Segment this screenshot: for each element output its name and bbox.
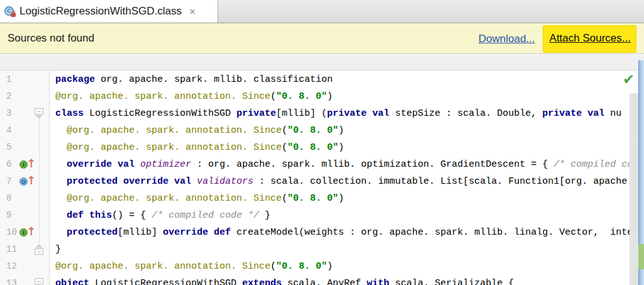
- code-text: @org. apache. spark. annotation. Since(″…: [55, 88, 630, 105]
- line-number: 10: [6, 224, 20, 241]
- close-tab-icon[interactable]: ×: [189, 6, 196, 17]
- code-line-6: 6I↑ override val optimizer : org. apache…: [0, 156, 644, 173]
- code-editor[interactable]: 1package org. apache. spark. mllib. clas…: [0, 71, 644, 285]
- code-line-11: 11–}: [0, 241, 644, 258]
- code-text: object LogisticRegressionWithSGD extends…: [55, 275, 630, 285]
- code-text: package org. apache. spark. mllib. class…: [55, 71, 630, 88]
- line-number: 2: [6, 88, 20, 105]
- fold-minus-icon: –: [35, 249, 43, 255]
- overrides-up-arrow-icon[interactable]: ↑: [26, 225, 36, 238]
- attach-sources-link[interactable]: Attach Sources...: [550, 32, 631, 44]
- code-text: @org. apache. spark. annotation. Since(″…: [55, 122, 630, 139]
- code-text: override val optimizer : org. apache. sp…: [55, 156, 630, 173]
- banner-links: Download... Attach Sources...: [479, 23, 635, 54]
- code-line-7: 7O↑ protected override val validators : …: [0, 173, 644, 190]
- code-text: @org. apache. spark. annotation. Since(″…: [55, 258, 630, 275]
- editor-top-gap: [0, 55, 644, 70]
- overrides-up-arrow-icon[interactable]: ↑: [26, 174, 36, 187]
- code-text: }: [55, 241, 630, 258]
- lock-badge-icon: [11, 13, 16, 17]
- tab-logistic-regression-class[interactable]: C LogisticRegressionWithSGD.class ×: [0, 0, 218, 23]
- code-line-8: 8 @org. apache. spark. annotation. Since…: [0, 190, 644, 207]
- download-sources-link[interactable]: Download...: [479, 33, 535, 45]
- fold-marker-down[interactable]: –: [35, 278, 44, 285]
- code-text: @org. apache. spark. annotation. Since(″…: [55, 139, 630, 156]
- code-line-12: 12@org. apache. spark. annotation. Since…: [0, 258, 644, 275]
- code-line-5: 5 @org. apache. spark. annotation. Since…: [0, 139, 644, 156]
- attach-sources-highlight: Attach Sources...: [544, 26, 635, 52]
- overrides-up-arrow-icon[interactable]: ↑: [26, 157, 36, 170]
- code-line-10: 10I↑ protected[mllib] override def creat…: [0, 224, 644, 241]
- code-line-13: 13–object LogisticRegressionWithSGD exte…: [0, 275, 644, 285]
- line-number: 3: [6, 105, 20, 122]
- fold-marker-up[interactable]: –: [35, 244, 44, 255]
- fold-marker-down[interactable]: –: [35, 108, 44, 120]
- line-number: 5: [6, 139, 20, 156]
- line-number: 12: [6, 258, 20, 275]
- code-text: def this() = { /* compiled code */ }: [55, 207, 630, 224]
- code-text: class LogisticRegressionWithSGD private[…: [55, 105, 630, 122]
- line-number: 11: [6, 241, 20, 258]
- code-line-9: 9 def this() = { /* compiled code */ }: [0, 207, 644, 224]
- code-text: protected[mllib] override def createMode…: [55, 224, 630, 241]
- line-number: 9: [6, 207, 20, 224]
- tab-title: LogisticRegressionWithSGD.class: [19, 5, 182, 18]
- class-file-icon: C: [4, 6, 16, 17]
- code-line-2: 2@org. apache. spark. annotation. Since(…: [0, 88, 644, 105]
- line-number: 13: [6, 275, 20, 285]
- code-text: @org. apache. spark. annotation. Since(″…: [55, 190, 630, 207]
- banner-message: Sources not found: [8, 32, 94, 45]
- ide-window: C LogisticRegressionWithSGD.class × Sour…: [0, 0, 644, 285]
- line-number: 1: [6, 71, 20, 88]
- code-line-4: 4 @org. apache. spark. annotation. Since…: [0, 122, 644, 139]
- code-line-1: 1package org. apache. spark. mllib. clas…: [0, 71, 644, 88]
- line-number: 4: [6, 122, 20, 139]
- line-number: 6: [6, 156, 20, 173]
- sources-notification-banner: Sources not found Download... Attach Sou…: [0, 23, 644, 54]
- line-number: 7: [6, 173, 20, 190]
- fold-minus-icon: –: [35, 278, 43, 284]
- line-number: 8: [6, 190, 20, 207]
- editor-tab-bar: C LogisticRegressionWithSGD.class ×: [0, 0, 644, 23]
- code-line-3: 3–class LogisticRegressionWithSGD privat…: [0, 105, 644, 122]
- error-stripe-green-marker[interactable]: [638, 244, 644, 269]
- fold-minus-icon: –: [35, 108, 43, 115]
- inspection-ok-icon: ✔: [623, 72, 635, 87]
- code-text: protected override val validators : scal…: [55, 173, 630, 190]
- vertical-scrollbar[interactable]: [630, 93, 638, 285]
